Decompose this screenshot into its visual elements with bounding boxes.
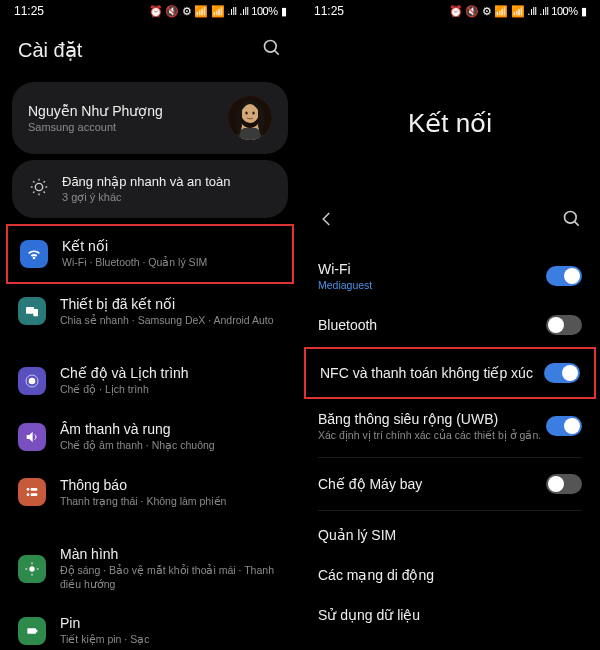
big-title: Kết nối xyxy=(300,18,600,199)
item-text: Chế độ và Lịch trìnhChế độ · Lịch trình xyxy=(60,365,189,397)
conn-title: NFC và thanh toán không tiếp xúc xyxy=(320,365,533,381)
back-icon[interactable] xyxy=(318,210,336,232)
toggle-switch[interactable] xyxy=(546,416,582,436)
connection-item[interactable]: Băng thông siêu rộng (UWB)Xác định vị tr… xyxy=(300,399,600,453)
signin-card[interactable]: Đăng nhập nhanh và an toàn 3 gợi ý khác xyxy=(12,160,288,218)
connection-item[interactable]: Các mạng di động xyxy=(300,555,600,595)
svg-rect-29 xyxy=(36,630,37,633)
item-text: Thiết bị đã kết nốiChia sẻ nhanh · Samsu… xyxy=(60,296,274,328)
conn-text: Bluetooth xyxy=(318,317,377,333)
item-title: Kết nối xyxy=(62,238,207,254)
svg-point-6 xyxy=(35,183,42,190)
item-text: Kết nốiWi-Fi · Bluetooth · Quản lý SIM xyxy=(62,238,207,270)
account-name: Nguyễn Như Phượng xyxy=(28,103,163,119)
account-card[interactable]: Nguyễn Như Phượng Samsung account xyxy=(12,82,288,154)
settings-item[interactable]: Thiết bị đã kết nốiChia sẻ nhanh · Samsu… xyxy=(0,284,300,340)
conn-text: Các mạng di động xyxy=(318,567,434,583)
conn-title: Chế độ Máy bay xyxy=(318,476,422,492)
svg-point-21 xyxy=(27,494,30,497)
svg-rect-16 xyxy=(33,309,38,316)
item-title: Âm thanh và rung xyxy=(60,421,215,437)
connection-item[interactable]: NFC và thanh toán không tiếp xúc xyxy=(304,347,596,399)
settings-pane: 11:25 ⏰🔇⚙📶📶.ıll.ıll 100%▮ Cài đặt Nguyễn… xyxy=(0,0,300,650)
avatar[interactable] xyxy=(228,96,272,140)
settings-item[interactable]: Kết nốiWi-Fi · Bluetooth · Quản lý SIM xyxy=(6,224,294,284)
item-sub: Chế độ âm thanh · Nhạc chuông xyxy=(60,439,215,453)
battery-icon xyxy=(18,617,46,645)
status-right: ⏰🔇⚙📶📶.ıll.ıll 100%▮ xyxy=(449,5,586,18)
item-title: Thiết bị đã kết nối xyxy=(60,296,274,312)
svg-line-12 xyxy=(44,192,45,193)
sound-icon xyxy=(18,423,46,451)
svg-line-31 xyxy=(575,222,579,226)
conn-sub: Xác định vị trí chính xác của các thiết … xyxy=(318,429,541,441)
settings-item[interactable]: Thông báoThanh trạng thái · Không làm ph… xyxy=(0,465,300,521)
item-sub: Chế độ · Lịch trình xyxy=(60,383,189,397)
conn-text: NFC và thanh toán không tiếp xúc xyxy=(320,365,533,381)
connection-item[interactable]: Bluetooth xyxy=(300,303,600,347)
connection-item[interactable]: Sử dụng dữ liệu xyxy=(300,595,600,635)
item-text: Thông báoThanh trạng thái · Không làm ph… xyxy=(60,477,226,509)
signin-line2: 3 gợi ý khác xyxy=(62,191,230,204)
conn-title: Bluetooth xyxy=(318,317,377,333)
svg-rect-15 xyxy=(26,307,34,314)
settings-item[interactable]: PinTiết kiệm pin · Sạc xyxy=(0,603,300,650)
divider xyxy=(318,457,582,458)
item-title: Chế độ và Lịch trình xyxy=(60,365,189,381)
svg-point-17 xyxy=(29,378,36,385)
notifications-icon xyxy=(18,478,46,506)
conn-text: Chế độ Máy bay xyxy=(318,476,422,492)
conn-text: Sử dụng dữ liệu xyxy=(318,607,420,623)
svg-point-23 xyxy=(29,566,34,571)
svg-rect-28 xyxy=(27,629,36,634)
svg-point-4 xyxy=(245,111,247,114)
wifi-icon xyxy=(20,240,48,268)
connections-pane: 11:25 ⏰🔇⚙📶📶.ıll.ıll 100%▮ Kết nối Wi-FiM… xyxy=(300,0,600,650)
account-text: Nguyễn Như Phượng Samsung account xyxy=(28,103,163,133)
conn-text: Quản lý SIM xyxy=(318,527,396,543)
svg-line-13 xyxy=(33,192,34,193)
bulb-icon xyxy=(28,176,50,202)
connection-item[interactable]: Chế độ Máy bay xyxy=(300,462,600,506)
item-title: Thông báo xyxy=(60,477,226,493)
item-sub: Chia sẻ nhanh · Samsung DeX · Android Au… xyxy=(60,314,274,328)
svg-line-14 xyxy=(44,181,45,182)
conn-title: Các mạng di động xyxy=(318,567,434,583)
search-icon[interactable] xyxy=(562,209,582,233)
search-icon[interactable] xyxy=(262,38,282,62)
svg-point-5 xyxy=(252,111,254,114)
settings-item[interactable]: Màn hìnhĐộ sáng · Bảo vệ mắt khỏi thoải … xyxy=(0,534,300,603)
signin-text: Đăng nhập nhanh và an toàn 3 gợi ý khác xyxy=(62,174,230,204)
item-title: Màn hình xyxy=(60,546,282,562)
page-title: Cài đặt xyxy=(18,38,82,62)
conn-title: Sử dụng dữ liệu xyxy=(318,607,420,623)
toggle-switch[interactable] xyxy=(546,315,582,335)
connection-item[interactable]: Quản lý SIM xyxy=(300,515,600,555)
item-sub: Wi-Fi · Bluetooth · Quản lý SIM xyxy=(62,256,207,270)
conn-text: Wi-FiMediaguest xyxy=(318,261,372,291)
conn-title: Quản lý SIM xyxy=(318,527,396,543)
item-sub: Độ sáng · Bảo vệ mắt khỏi thoải mái · Th… xyxy=(60,564,282,591)
conn-text: Băng thông siêu rộng (UWB)Xác định vị tr… xyxy=(318,411,541,441)
modes-icon xyxy=(18,367,46,395)
status-right: ⏰🔇⚙📶📶.ıll.ıll 100%▮ xyxy=(149,5,286,18)
connection-item[interactable]: Wi-FiMediaguest xyxy=(300,249,600,303)
devices-icon xyxy=(18,297,46,325)
toggle-switch[interactable] xyxy=(546,266,582,286)
signin-line1: Đăng nhập nhanh và an toàn xyxy=(62,174,230,189)
settings-list: Kết nốiWi-Fi · Bluetooth · Quản lý SIMTh… xyxy=(0,224,300,650)
svg-line-1 xyxy=(275,51,279,55)
svg-rect-22 xyxy=(31,494,38,497)
svg-rect-20 xyxy=(31,488,38,491)
item-text: PinTiết kiệm pin · Sạc xyxy=(60,615,149,647)
toggle-switch[interactable] xyxy=(544,363,580,383)
connections-list: Wi-FiMediaguestBluetoothNFC và thanh toá… xyxy=(300,249,600,635)
conn-title: Wi-Fi xyxy=(318,261,372,277)
settings-item[interactable]: Âm thanh và rungChế độ âm thanh · Nhạc c… xyxy=(0,409,300,465)
toggle-switch[interactable] xyxy=(546,474,582,494)
item-sub: Tiết kiệm pin · Sạc xyxy=(60,633,149,647)
settings-item[interactable]: Chế độ và Lịch trìnhChế độ · Lịch trình xyxy=(0,353,300,409)
sub-bar xyxy=(300,199,600,243)
svg-line-11 xyxy=(33,181,34,182)
svg-point-0 xyxy=(265,41,277,53)
